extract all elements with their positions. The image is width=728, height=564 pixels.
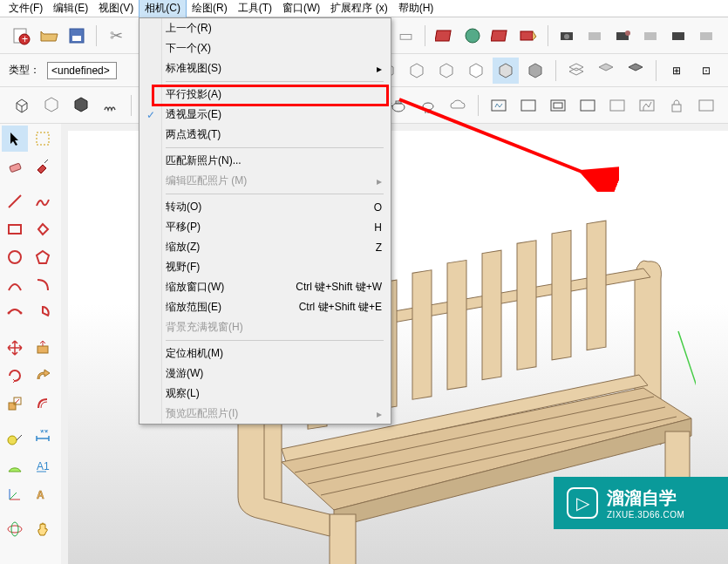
render1-icon[interactable] [486, 92, 512, 119]
misc2-icon[interactable]: ⊡ [693, 58, 719, 84]
line-tool[interactable] [2, 188, 28, 214]
globe-icon[interactable] [460, 24, 485, 48]
menu-next[interactable]: 下一个(X) [139, 38, 391, 58]
polygon-tool[interactable] [30, 244, 56, 270]
render6-icon[interactable] [634, 92, 660, 119]
3dtext-tool[interactable]: A [30, 481, 56, 507]
rotrect-tool[interactable] [30, 216, 56, 242]
misc1-icon[interactable]: ⊞ [663, 58, 690, 84]
eraser-tool[interactable] [2, 153, 28, 180]
shape4-icon[interactable]: ▭ [393, 24, 418, 48]
layer3-icon[interactable] [623, 58, 649, 84]
rect-tool[interactable] [2, 216, 28, 242]
red-box2-icon[interactable] [488, 24, 513, 48]
camera5-icon[interactable] [667, 24, 691, 48]
cloud-icon[interactable] [445, 92, 471, 119]
cube5-icon[interactable] [463, 58, 489, 84]
red-open-icon[interactable] [516, 24, 541, 48]
tape-tool[interactable] [2, 425, 28, 452]
axes-tool[interactable] [2, 481, 28, 507]
svg-point-35 [8, 312, 10, 315]
protractor-tool[interactable] [2, 453, 28, 479]
open-icon[interactable] [37, 24, 61, 48]
render5-icon[interactable] [604, 92, 630, 119]
svg-rect-26 [581, 100, 595, 111]
menu-walk[interactable]: 漫游(W) [139, 364, 391, 384]
menu-look[interactable]: 观察(L) [139, 384, 391, 404]
menu-help[interactable]: 帮助(H) [393, 0, 439, 17]
render7-icon[interactable] [693, 92, 719, 119]
watermark-url: ZIXUE.3D66.COM [607, 510, 684, 520]
menu-view[interactable]: 视图(V) [93, 0, 139, 17]
circle-tool[interactable] [2, 244, 28, 270]
menu-parallel-projection[interactable]: 平行投影(A) [139, 85, 391, 105]
menu-zoom-window[interactable]: 缩放窗口(W)Ctrl 键+Shift 键+W [139, 277, 391, 297]
render4-icon[interactable] [575, 92, 601, 119]
menu-fov[interactable]: 视野(F) [139, 257, 391, 277]
cube6-icon[interactable] [493, 58, 519, 84]
dimension-tool[interactable]: ** [30, 425, 56, 452]
rotate-tool[interactable] [2, 363, 28, 389]
spring-icon[interactable] [98, 92, 124, 119]
menu-prev[interactable]: 上一个(R) [139, 18, 391, 38]
menu-position-camera[interactable]: 定位相机(M) [139, 343, 391, 364]
pan-tool[interactable] [30, 516, 56, 542]
new-icon[interactable]: + [9, 24, 33, 48]
menu-two-point[interactable]: 两点透视(T) [139, 125, 391, 145]
menu-orbit[interactable]: 转动(O)O [139, 197, 391, 217]
menu-zoom-extents[interactable]: 缩放范围(E)Ctrl 键+Shift 键+E [139, 297, 391, 317]
menu-edit[interactable]: 编辑(E) [48, 0, 93, 17]
lock-icon[interactable] [663, 92, 690, 119]
menu-window[interactable]: 窗口(W) [277, 0, 325, 17]
menu-zoom[interactable]: 缩放(Z)Z [139, 237, 391, 257]
menu-pan[interactable]: 平移(P)H [139, 217, 391, 237]
arc2-tool[interactable] [30, 272, 56, 298]
cube7-icon[interactable] [522, 58, 548, 84]
cut-icon[interactable]: ✂ [104, 24, 128, 48]
arc3-tool[interactable] [2, 300, 28, 326]
menu-match-photo[interactable]: 匹配新照片(N)... [139, 151, 391, 171]
type-select[interactable]: <undefined> [47, 62, 117, 79]
camera4-icon[interactable] [639, 24, 663, 48]
move-tool[interactable] [2, 335, 28, 361]
cube3-icon[interactable] [404, 58, 430, 84]
paint-tool[interactable] [30, 153, 56, 180]
camera2-icon[interactable] [583, 24, 608, 48]
followme-tool[interactable] [30, 363, 56, 389]
freehand-tool[interactable] [30, 188, 56, 214]
menu-draw[interactable]: 绘图(R) [187, 0, 233, 17]
select-crossing-tool[interactable] [30, 126, 56, 152]
hand-teapot-icon[interactable] [415, 92, 441, 119]
save-icon[interactable] [65, 24, 89, 48]
render3-icon[interactable] [545, 92, 571, 119]
menu-tools[interactable]: 工具(T) [233, 0, 277, 17]
orbit-tool[interactable] [2, 516, 28, 542]
menu-perspective[interactable]: ✓透视显示(E) [139, 105, 391, 125]
wire-icon[interactable] [38, 92, 65, 119]
camera1-icon[interactable] [555, 24, 580, 48]
offset-tool[interactable] [30, 391, 56, 417]
pushpull-tool[interactable] [30, 335, 56, 361]
text-tool[interactable]: A1 [30, 453, 56, 479]
menu-standard-views[interactable]: 标准视图(S)▸ [139, 58, 391, 78]
iso-icon[interactable] [9, 92, 35, 119]
svg-point-36 [20, 312, 23, 315]
camera3-icon[interactable] [611, 24, 636, 48]
camera6-icon[interactable] [695, 24, 719, 48]
scale-tool[interactable] [2, 391, 28, 417]
menu-extensions[interactable]: 扩展程序 (x) [325, 0, 392, 17]
layer1-icon[interactable] [563, 58, 589, 84]
pie-tool[interactable] [30, 300, 56, 326]
watermark: ▷ 溜溜自学 ZIXUE.3D66.COM [554, 477, 728, 529]
layer2-icon[interactable] [593, 58, 619, 84]
menu-separator [166, 340, 384, 341]
menu-file[interactable]: 文件(F) [3, 0, 48, 17]
select-tool[interactable] [2, 126, 28, 152]
arc-tool[interactable] [2, 272, 28, 298]
svg-rect-15 [672, 32, 684, 40]
cube4-icon[interactable] [433, 58, 459, 84]
render2-icon[interactable] [515, 92, 541, 119]
red-box-icon[interactable] [432, 24, 457, 48]
solid-icon[interactable] [68, 92, 94, 119]
menu-camera[interactable]: 相机(C) [139, 0, 187, 18]
